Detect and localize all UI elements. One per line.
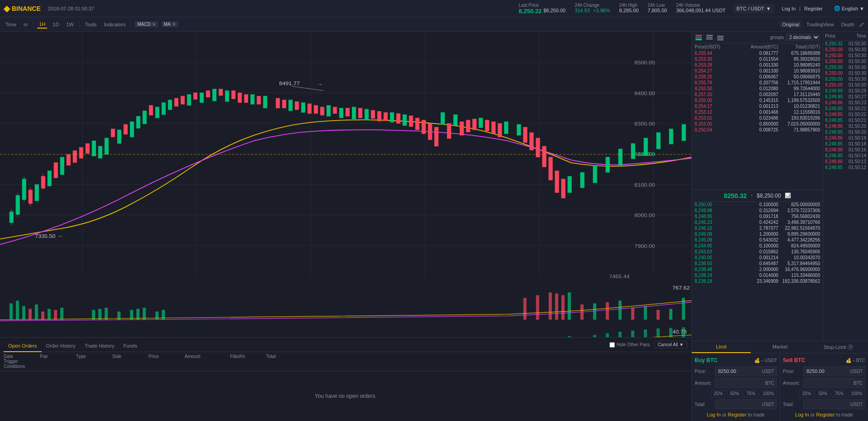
sell-price-input[interactable]	[803, 366, 865, 376]
svg-rect-89	[238, 93, 241, 103]
ma-tag[interactable]: MA ✕	[162, 21, 178, 27]
ob-buy-row[interactable]: 8,248.85 0.091718 756.56802430	[692, 213, 823, 219]
interval-1w[interactable]: 1W	[64, 21, 76, 28]
chart-svg: 8500.00 8400.00 8300.00 8200.00 8100.00 …	[0, 32, 691, 337]
macd-tag[interactable]: MACD ✕	[135, 21, 158, 27]
sell-pct-25[interactable]: 25%	[799, 390, 814, 397]
hide-pairs-checkbox[interactable]	[609, 342, 615, 348]
login-btn[interactable]: Log In	[782, 6, 796, 11]
buy-pct-100[interactable]: 100%	[760, 390, 777, 397]
ob-buy-row[interactable]: 8,238.19 0.014000 115.33466000	[692, 272, 823, 278]
svg-rect-86	[206, 91, 210, 97]
sell-pct-50[interactable]: 50%	[815, 390, 830, 397]
tab-order-history[interactable]: Order History	[42, 338, 80, 352]
ob-buy-row[interactable]: 8,238.18 23.346909 192,336.03878562	[692, 278, 823, 284]
low-value: 7,805.00	[647, 8, 667, 13]
tab-limit[interactable]: Limit	[692, 341, 751, 353]
interval-m[interactable]: m	[22, 21, 29, 28]
ob-sell-row[interactable]: 8,255.00 0.145315 1,199.57532500	[692, 97, 823, 103]
bottom-tabs-bar: Open Orders Order History Trade History …	[0, 338, 691, 352]
stat-24h-low: 24h Low 7,805.00	[647, 3, 667, 15]
ob-buy-row[interactable]: 8,249.99 0.312694 2,579.72237306	[692, 208, 823, 213]
svg-rect-100	[359, 108, 362, 118]
ob-buy-row[interactable]: 8,245.08 0.543032 4,477.34228256	[692, 237, 823, 243]
ob-buy-row[interactable]: 8,238.48 2.000000 16,476.96000000	[692, 266, 823, 272]
svg-rect-208	[706, 39, 713, 39]
trade-forms: Limit Market Stop-Limit ? Buy BTC 💰 – US…	[692, 341, 868, 421]
interval-1h[interactable]: 1H	[37, 20, 47, 29]
ob-icon-buy[interactable]	[716, 34, 725, 41]
decimals-select[interactable]: 2 decimals 1 decimal 0 decimals	[786, 34, 820, 41]
tab-open-orders[interactable]: Open Orders	[4, 338, 42, 352]
buy-pct-75[interactable]: 75%	[743, 390, 758, 397]
ob-icon-both[interactable]	[695, 34, 704, 41]
ob-sell-row[interactable]: 8,253.00 0.850000 7,015.05000000	[692, 121, 823, 127]
tab-stop-limit[interactable]: Stop-Limit ?	[809, 341, 868, 353]
buy-register-link[interactable]: Register	[728, 412, 747, 417]
svg-rect-76	[67, 155, 70, 165]
macd-close-icon[interactable]: ✕	[152, 22, 156, 27]
buy-login-link[interactable]: Log In	[707, 412, 721, 417]
hide-other-pairs[interactable]: Hide Other Pairs	[609, 342, 650, 348]
tab-market[interactable]: Market	[751, 341, 810, 353]
svg-rect-87	[219, 89, 222, 95]
buy-title: Buy BTC	[695, 357, 718, 363]
ob-buy-row[interactable]: 8,244.95 0.100000 824.49500000	[692, 243, 823, 249]
sell-pct-75[interactable]: 75%	[832, 390, 846, 397]
sell-amount-input[interactable]	[803, 378, 865, 388]
chart-type-depth[interactable]: Depth	[839, 21, 857, 28]
buy-pct-25[interactable]: 25%	[711, 390, 725, 397]
sell-login-link[interactable]: Log In	[795, 412, 809, 417]
svg-rect-72	[682, 125, 686, 141]
svg-rect-140	[48, 309, 51, 319]
ob-buy-row[interactable]: 8,238.50 0.645487 5,317.84464950	[692, 261, 823, 266]
svg-rect-164	[561, 295, 565, 319]
buy-total-input[interactable]	[715, 399, 777, 409]
sell-total-input[interactable]	[803, 399, 865, 409]
svg-rect-60	[479, 118, 483, 128]
ob-buy-row[interactable]: 8,246.23 0.424242 3,498.39710766	[692, 219, 823, 225]
ob-buy-row[interactable]: 8,240.05 0.001214 10.00342070	[692, 255, 823, 261]
ob-sell-row[interactable]: 8,254.27 0.001330 10.98083910	[692, 68, 823, 74]
expand-icon[interactable]: ⤢	[859, 21, 864, 28]
pair-text: BTC / USDT	[737, 6, 764, 11]
ob-sell-row[interactable]: 8,255.50 0.012080 99.72644000	[692, 86, 823, 92]
ob-sell-row[interactable]: 8,257.20 0.002097 17.31115440	[692, 92, 823, 97]
buy-amount-input[interactable]	[715, 378, 777, 388]
ob-sell-row[interactable]: 8,253.28 0.001330 10.98085240	[692, 62, 823, 68]
ob-buy-row[interactable]: 8,243.63 0.015862 130.76045906	[692, 249, 823, 255]
ob-sell-row[interactable]: 8,258.25 0.006067 50.09066875	[692, 74, 823, 80]
svg-rect-160	[523, 298, 527, 319]
ma-close-icon[interactable]: ✕	[172, 22, 176, 27]
tools-btn[interactable]: Tools	[83, 21, 99, 28]
indicators-btn[interactable]: Indicators	[102, 21, 128, 28]
ob-sell-row[interactable]: 8,254.17 0.001213 10.01230821	[692, 103, 823, 109]
spread-usd: $8,250.00	[757, 193, 781, 199]
ob-buy-row[interactable]: 8,250.00 0.100000 825.00000000	[692, 202, 823, 208]
cancel-all-btn[interactable]: Cancel All ▼	[654, 341, 688, 348]
sell-amount-label: Amount:	[783, 381, 803, 386]
chart-type-original[interactable]: Original	[779, 21, 802, 28]
chart-type-tradingview[interactable]: TradingView	[804, 21, 837, 28]
ob-buy-row[interactable]: 8,246.08 1.200000 9,895.29600000	[692, 231, 823, 237]
buy-price-input[interactable]	[715, 366, 777, 376]
buy-pct-50[interactable]: 50%	[727, 390, 742, 397]
ob-sell-row[interactable]: 8,253.12 0.001468 12.11558016	[692, 109, 823, 115]
ob-sell-row[interactable]: 8,250.54 0.008725 71.98857900	[692, 127, 823, 133]
ob-sell-row[interactable]: 8,255.74 0.207756 1,715.17951944	[692, 80, 823, 86]
sell-pct-100[interactable]: 100%	[848, 390, 865, 397]
tab-funds[interactable]: Funds	[119, 338, 142, 352]
ob-sell-row[interactable]: 8,255.44 0.081777 675.18689388	[692, 50, 823, 56]
tab-trade-history[interactable]: Trade History	[80, 338, 119, 352]
pair-selector[interactable]: BTC / USDT ▼	[733, 4, 775, 13]
svg-rect-101	[371, 110, 375, 118]
interval-1d[interactable]: 1D	[51, 21, 61, 28]
ob-buy-row[interactable]: 8,246.10 2.787077 22,982.51564970	[692, 225, 823, 231]
language-selector[interactable]: 🌐 English ▼	[830, 5, 864, 11]
ob-sell-row[interactable]: 8,253.01 0.023486 193.83019286	[692, 115, 823, 121]
ob-sell-row[interactable]: 8,253.30 0.011554 95.39329020	[692, 56, 823, 62]
ob-icon-sell[interactable]	[705, 34, 715, 41]
register-btn[interactable]: Register	[804, 6, 823, 11]
buy-price-input-wrap: USDT	[715, 366, 777, 376]
sell-register-link[interactable]: Register	[816, 412, 835, 417]
